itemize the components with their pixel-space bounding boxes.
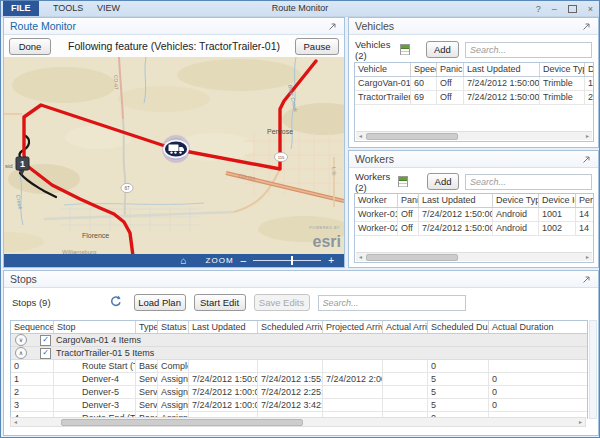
table-row[interactable]: CargoVan-01 60 Off 7/24/2012 1:50:00 AM … (355, 77, 593, 91)
add-worker-button[interactable]: Add (427, 173, 459, 190)
col-header[interactable]: Device Type (540, 63, 585, 76)
cell: 14 (576, 208, 594, 221)
cell: 69 (411, 91, 437, 104)
done-button[interactable]: Done (9, 38, 51, 55)
workers-table: Worker Panic Last Updated Device Type De… (354, 193, 594, 263)
minimize-icon[interactable]: – (552, 4, 557, 14)
col-header[interactable]: Actual Duration (489, 321, 588, 333)
col-header[interactable]: Per Hour (576, 194, 594, 207)
cell (189, 360, 258, 372)
group-checkbox[interactable]: ✓ (40, 348, 51, 359)
col-header[interactable]: Device Type (493, 194, 539, 207)
cell (323, 360, 383, 372)
group-checkbox[interactable]: ✓ (40, 335, 51, 346)
zoom-slider[interactable] (253, 260, 321, 261)
col-header[interactable]: Type (136, 321, 158, 333)
pause-button[interactable]: Pause (295, 38, 339, 55)
table-row[interactable]: 1 Denver-4 Service Assigned 7/24/2012 1:… (11, 373, 587, 386)
table-header-row: Worker Panic Last Updated Device Type De… (355, 194, 593, 208)
cell (383, 360, 428, 372)
home-icon[interactable]: ⌂ (181, 256, 187, 266)
col-header[interactable]: Panic (437, 63, 464, 76)
titlebar: FILE TOOLS VIEW Route Monitor ? – × (1, 1, 599, 17)
table-row[interactable]: 0 Route Start (TractorTrailer-01) Base C… (11, 360, 587, 373)
collapse-chevron-icon[interactable]: ∨ (15, 334, 27, 346)
table-row[interactable]: 3 Denver-3 Service Assigned 7/24/2012 1:… (11, 399, 587, 412)
col-header[interactable]: Sequence (11, 321, 54, 333)
cell (383, 373, 428, 385)
table-row[interactable]: TractorTrailer-01 69 Off 7/24/2012 1:50:… (355, 91, 593, 105)
col-header[interactable]: Last Updated (419, 194, 493, 207)
help-icon[interactable]: ? (536, 4, 541, 14)
autohide-pin-icon[interactable] (581, 154, 592, 165)
col-header[interactable]: Stop (54, 321, 136, 333)
app-window: FILE TOOLS VIEW Route Monitor ? – × Rout… (0, 0, 600, 438)
table-row[interactable]: 2 Denver-5 Service Assigned 7/24/2012 1:… (11, 386, 587, 399)
cell: 7/24/2012 2:00:00 AM (323, 373, 383, 385)
cell: 5 (428, 386, 489, 398)
stops-search-input[interactable] (318, 295, 466, 311)
table-header-row: Vehicle Speed Panic Last Updated Device … (355, 63, 593, 77)
col-header[interactable]: Panic (398, 194, 419, 207)
autohide-pin-icon[interactable] (581, 274, 592, 285)
cell: 7/24/2012 1:00:00 AM (189, 399, 258, 411)
zoom-out-button[interactable]: – (241, 256, 247, 266)
maximize-icon[interactable] (568, 5, 577, 13)
col-header[interactable]: Scheduled Duration (428, 321, 489, 333)
col-header[interactable]: Scheduled Arrival (258, 321, 323, 333)
cell: 7/24/2012 1:50:00 AM (419, 222, 493, 235)
group-row-tractortrailer[interactable]: ∧ ✓ TractorTrailer-01 5 Items (11, 347, 587, 360)
cell: Completed (158, 360, 189, 372)
zoom-in-button[interactable]: + (328, 256, 334, 266)
horizontal-scrollbar[interactable]: ◄► (10, 417, 586, 427)
horizontal-scrollbar[interactable]: ◄► (356, 131, 592, 140)
stops-table: Sequence Stop Type Status Last Updated S… (10, 320, 588, 419)
svg-text:esri: esri (313, 233, 341, 250)
col-header[interactable]: Vehicle (355, 63, 411, 76)
map[interactable]: 1 Penrose Florence Williamsburg (4, 57, 344, 256)
table-row[interactable]: Worker-02 Off 7/24/2012 1:50:00 AM Andro… (355, 222, 593, 236)
svg-text:67: 67 (124, 186, 130, 191)
load-plan-button[interactable]: Load Plan (134, 294, 186, 311)
col-header[interactable]: Projected Arrival (323, 321, 383, 333)
col-header[interactable]: Last Updated (189, 321, 258, 333)
col-header[interactable]: Actual Arrival (383, 321, 428, 333)
highway-shield-115: 115 (275, 152, 288, 161)
col-header[interactable]: Status (158, 321, 189, 333)
highway-shield-67: 67 (121, 183, 133, 192)
menu-tools[interactable]: TOOLS (45, 1, 91, 16)
group-row-cargovan[interactable]: ∨ ✓ CargoVan-01 4 Items (11, 334, 587, 347)
autohide-pin-icon[interactable] (327, 21, 338, 32)
table-header-row: Sequence Stop Type Status Last Updated S… (11, 321, 587, 334)
cell: TractorTrailer-01 (355, 91, 411, 104)
zoom-slider-handle[interactable] (291, 256, 293, 265)
col-header[interactable]: Device Id (585, 63, 594, 76)
cell: 7/24/2012 1:50:00 AM (189, 373, 258, 385)
horizontal-scrollbar[interactable]: ◄► (356, 252, 592, 261)
col-header[interactable]: Device Id (539, 194, 576, 207)
close-icon[interactable]: × (588, 4, 593, 14)
workers-count: Workers (2) (355, 171, 390, 193)
list-view-icon[interactable] (400, 44, 410, 55)
workers-search-input[interactable] (465, 174, 592, 190)
expand-chevron-icon[interactable]: ∧ (15, 347, 27, 359)
sync-icon[interactable] (109, 294, 122, 312)
start-edit-button[interactable]: Start Edit (194, 294, 246, 311)
col-header[interactable]: Worker (355, 194, 398, 207)
tracked-vehicle-marker[interactable] (162, 135, 190, 163)
save-edits-button[interactable]: Save Edits (254, 294, 310, 311)
table-row[interactable]: Worker-01 Off 7/24/2012 1:50:00 AM Andro… (355, 208, 593, 222)
col-header[interactable]: Speed (411, 63, 437, 76)
vehicles-search-input[interactable] (465, 42, 592, 58)
menu-file[interactable]: FILE (3, 1, 39, 16)
add-vehicle-button[interactable]: Add (426, 41, 459, 58)
list-view-icon[interactable] (398, 176, 408, 187)
cell: CargoVan-01 (355, 77, 411, 90)
menu-view[interactable]: VIEW (89, 1, 128, 16)
col-header[interactable]: Last Updated (464, 63, 540, 76)
autohide-pin-icon[interactable] (581, 21, 592, 32)
cell: 1 (585, 77, 594, 90)
cell: Service (136, 373, 158, 385)
vertical-scrollbar[interactable] (589, 320, 597, 419)
cell (323, 386, 383, 398)
